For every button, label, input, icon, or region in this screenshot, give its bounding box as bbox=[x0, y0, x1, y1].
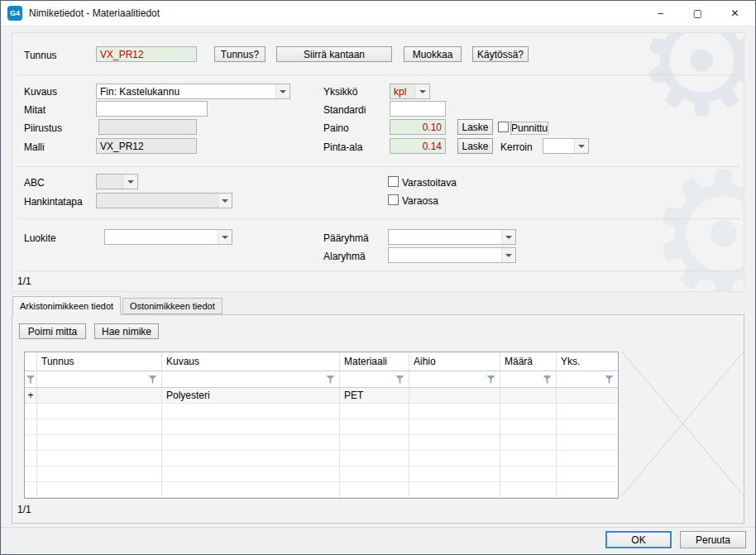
cell-maara bbox=[500, 388, 557, 403]
table-row[interactable] bbox=[25, 466, 618, 482]
tab-ostonimikkeen-tiedot[interactable]: Ostonimikkeen tiedot bbox=[122, 298, 222, 314]
pinta-ala-input[interactable]: 0.14 bbox=[390, 138, 446, 154]
separator bbox=[1, 527, 755, 528]
alaryhma-combobox[interactable] bbox=[388, 247, 516, 263]
table-row[interactable] bbox=[25, 419, 618, 435]
grid-header-row: Tunnus Kuvaus Materiaali Aihio Määrä Yks… bbox=[25, 352, 618, 371]
yksikko-label: Yksikkö bbox=[323, 86, 357, 98]
column-header-aihio[interactable]: Aihio bbox=[409, 352, 500, 371]
column-header-indicator bbox=[25, 352, 37, 371]
paaryhma-label: Pääryhmä bbox=[323, 232, 369, 244]
luokite-combobox[interactable] bbox=[104, 229, 232, 245]
mitat-label: Mitat bbox=[24, 104, 45, 116]
ok-button[interactable]: OK bbox=[605, 531, 672, 548]
column-header-yks[interactable]: Yks. bbox=[557, 352, 618, 371]
pinta-ala-laske-button[interactable]: Laske bbox=[457, 138, 493, 154]
filter-cell[interactable] bbox=[557, 371, 618, 387]
filter-cell[interactable] bbox=[37, 371, 162, 387]
record-pager: 1/1 bbox=[17, 275, 31, 287]
empty-area-cross bbox=[622, 352, 744, 495]
chevron-down-icon bbox=[501, 248, 515, 262]
app-icon: G4 bbox=[7, 6, 22, 21]
hankintatapa-combobox[interactable] bbox=[96, 193, 232, 208]
cell-materiaali: PET bbox=[340, 388, 409, 403]
chevron-down-icon bbox=[123, 175, 137, 189]
filter-cell[interactable] bbox=[409, 371, 500, 387]
close-button[interactable]: ✕ bbox=[716, 1, 754, 26]
filter-cell[interactable] bbox=[25, 371, 37, 387]
hae-nimike-button[interactable]: Hae nimike bbox=[94, 323, 159, 339]
siirra-kantaan-button[interactable]: Siirrä kantaan bbox=[276, 46, 392, 62]
separator bbox=[17, 166, 740, 167]
maximize-button[interactable]: ▢ bbox=[679, 1, 716, 26]
abc-value bbox=[97, 175, 123, 189]
titlebar: G4 Nimiketiedot - Materiaalitiedot – ▢ ✕ bbox=[1, 1, 755, 26]
varastoitava-label: Varastoitava bbox=[402, 177, 457, 189]
kaytossa-button[interactable]: Käytössä? bbox=[472, 46, 529, 62]
column-header-materiaali[interactable]: Materiaali bbox=[340, 352, 409, 371]
tunnus-question-button[interactable]: Tunnus? bbox=[214, 46, 266, 62]
gear-watermark: ⚙ bbox=[635, 32, 744, 136]
filter-icon bbox=[543, 376, 552, 384]
pinta-ala-label: Pinta-ala bbox=[323, 141, 362, 153]
chevron-down-icon bbox=[501, 230, 515, 244]
grid-filter-row bbox=[25, 371, 618, 388]
varaosa-label: Varaosa bbox=[402, 195, 438, 207]
filter-cell[interactable] bbox=[340, 371, 409, 387]
luokite-value bbox=[105, 230, 218, 244]
paino-laske-button[interactable]: Laske bbox=[457, 119, 493, 135]
chevron-down-icon bbox=[218, 194, 232, 208]
cell-aihio bbox=[409, 388, 500, 403]
cell-kuvaus: Polyesteri bbox=[162, 388, 340, 403]
chevron-down-icon bbox=[574, 139, 588, 153]
kerroin-value bbox=[543, 139, 574, 153]
alaryhma-label: Alaryhmä bbox=[323, 251, 366, 262]
window-controls: – ▢ ✕ bbox=[642, 1, 754, 26]
tunnus-input[interactable]: VX_PR12 bbox=[96, 46, 197, 62]
filter-cell[interactable] bbox=[500, 371, 557, 387]
filter-icon bbox=[486, 376, 495, 384]
varastoitava-checkbox[interactable] bbox=[388, 176, 399, 187]
column-header-tunnus[interactable]: Tunnus bbox=[37, 352, 162, 371]
muokkaa-button[interactable]: Muokkaa bbox=[404, 46, 462, 62]
minimize-button[interactable]: – bbox=[642, 1, 679, 26]
window-title: Nimiketiedot - Materiaalitiedot bbox=[29, 7, 160, 19]
paaryhma-combobox[interactable] bbox=[388, 229, 516, 245]
abc-combobox[interactable] bbox=[96, 174, 138, 189]
paino-input[interactable]: 0.10 bbox=[390, 119, 446, 135]
table-row[interactable]: + Polyesteri PET bbox=[25, 388, 618, 404]
kerroin-label: Kerroin bbox=[500, 141, 533, 153]
table-row[interactable] bbox=[25, 404, 618, 419]
filter-icon bbox=[26, 376, 36, 384]
kuvaus-value: Fin: Kastelukannu bbox=[97, 84, 275, 98]
standardi-label: Standardi bbox=[323, 104, 366, 116]
hankintatapa-value bbox=[97, 194, 218, 208]
table-row[interactable] bbox=[25, 482, 618, 498]
separator bbox=[17, 270, 740, 271]
kerroin-combobox[interactable] bbox=[543, 138, 589, 154]
kuvaus-combobox[interactable]: Fin: Kastelukannu bbox=[96, 84, 290, 99]
table-row[interactable] bbox=[25, 451, 618, 466]
yksikko-combobox[interactable]: kpl bbox=[390, 84, 430, 99]
table-row[interactable] bbox=[25, 435, 618, 451]
chevron-down-icon bbox=[415, 84, 429, 98]
filter-cell[interactable] bbox=[162, 371, 340, 387]
mitat-input[interactable] bbox=[96, 101, 208, 117]
poimi-mitta-button[interactable]: Poimi mitta bbox=[19, 323, 86, 339]
paaryhma-value bbox=[389, 230, 501, 244]
materials-grid: Tunnus Kuvaus Materiaali Aihio Määrä Yks… bbox=[24, 352, 619, 499]
luokite-label: Luokite bbox=[24, 232, 56, 244]
punnittu-checkbox[interactable] bbox=[498, 122, 509, 132]
filter-icon bbox=[326, 376, 335, 384]
varaosa-checkbox[interactable] bbox=[388, 194, 399, 205]
standardi-input[interactable] bbox=[390, 101, 446, 117]
tab-arkistonimikkeen-tiedot[interactable]: Arkistonimikkeen tiedot bbox=[12, 296, 121, 315]
piirustus-input[interactable] bbox=[98, 119, 197, 135]
column-header-kuvaus[interactable]: Kuvaus bbox=[162, 352, 340, 371]
column-header-maara[interactable]: Määrä bbox=[500, 352, 557, 371]
alaryhma-value bbox=[389, 248, 501, 262]
malli-input[interactable]: VX_PR12 bbox=[96, 138, 197, 154]
peruuta-button[interactable]: Peruuta bbox=[680, 531, 746, 548]
kuvaus-label: Kuvaus bbox=[24, 86, 57, 98]
filter-icon bbox=[395, 376, 404, 384]
